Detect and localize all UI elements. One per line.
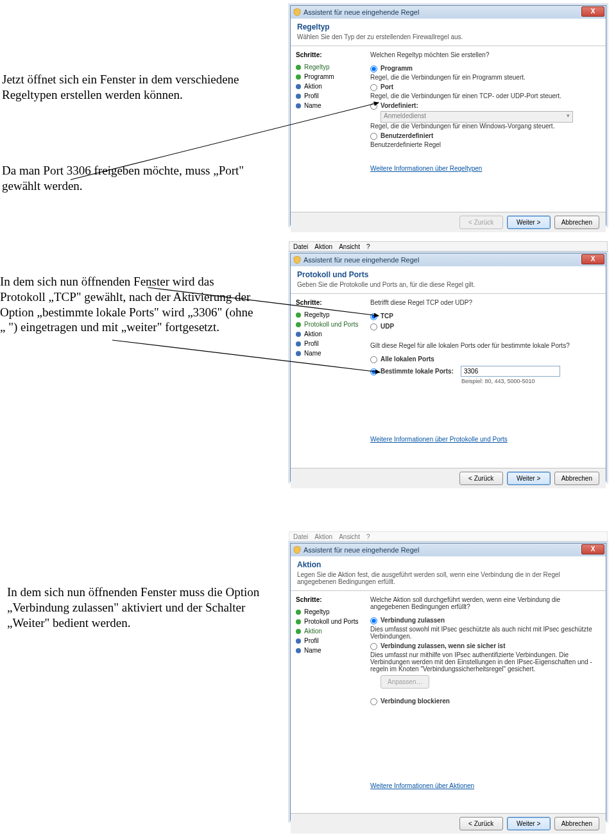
predefined-combo[interactable]: Anmeldedienst	[381, 111, 573, 123]
step-label: Regeltyp	[304, 311, 329, 318]
next-button[interactable]: Weiter >	[507, 216, 551, 229]
ports-input[interactable]	[461, 366, 560, 377]
step-item[interactable]: Protokoll und Ports	[296, 617, 365, 626]
steps-panel: Schritte: Regeltyp Protokoll und Ports A…	[291, 591, 368, 813]
step-bullet-icon	[296, 332, 301, 337]
option-label: Vordefiniert:	[381, 102, 418, 109]
wizard-header: Aktion Legen Sie die Aktion fest, die au…	[291, 556, 606, 591]
back-button: < Zurück	[459, 216, 503, 229]
radio-program[interactable]	[370, 65, 377, 73]
option-label: Programm	[381, 65, 413, 72]
step-item[interactable]: Name	[296, 348, 365, 358]
page-subtitle: Wählen Sie den Typ der zu erstellenden F…	[297, 33, 599, 40]
page-subtitle: Geben Sie die Protokolle und Ports an, f…	[297, 281, 599, 288]
doc-paragraph: In dem sich nun öffnenden Fenster muss d…	[7, 585, 264, 630]
step-item[interactable]: Regeltyp	[296, 62, 365, 72]
step-item[interactable]: Profil	[296, 91, 365, 101]
step-item[interactable]: Profil	[296, 339, 365, 348]
step-item[interactable]: Profil	[296, 636, 365, 646]
prompt-text: Betrifft diese Regel TCP oder UDP?	[370, 299, 599, 306]
shield-icon	[293, 8, 301, 16]
menu-view[interactable]: Ansicht	[339, 243, 360, 250]
window-title: Assistent für neue eingehende Regel	[304, 8, 419, 16]
step-item[interactable]: Aktion	[296, 329, 365, 339]
option-allow-secure[interactable]: Verbindung zulassen, wenn sie sicher ist	[370, 642, 599, 650]
shield-icon	[293, 256, 301, 264]
menubar[interactable]: Datei Aktion Ansicht ?	[289, 241, 608, 252]
option-udp[interactable]: UDP	[370, 323, 599, 330]
step-item[interactable]: Programm	[296, 72, 365, 81]
radio-custom[interactable]	[370, 133, 377, 140]
option-desc: Dies umfasst nur mithilfe von IPsec auth…	[370, 651, 599, 673]
menu-help[interactable]: ?	[366, 533, 370, 540]
more-info-link[interactable]: Weitere Informationen über Regeltypen	[370, 165, 482, 172]
customize-button: Anpassen…	[381, 675, 429, 689]
radio-port[interactable]	[370, 84, 377, 91]
window-title: Assistent für neue eingehende Regel	[304, 256, 419, 264]
radio-allow[interactable]	[370, 617, 377, 624]
step-item[interactable]: Name	[296, 101, 365, 110]
menu-file[interactable]: Datei	[293, 533, 308, 540]
menu-action[interactable]: Aktion	[314, 243, 332, 250]
step-bullet-icon	[296, 103, 301, 108]
option-desc: Regel, die die Verbindungen für einen TC…	[370, 92, 599, 99]
step-item[interactable]: Regeltyp	[296, 310, 365, 320]
doc-paragraph: In dem sich nun öffnenden Fenster wird d…	[0, 274, 257, 335]
option-all-ports[interactable]: Alle lokalen Ports	[370, 356, 599, 363]
step-item[interactable]: Protokoll und Ports	[296, 320, 365, 329]
step-bullet-icon	[296, 313, 301, 318]
back-button[interactable]: < Zurück	[459, 472, 503, 485]
window-title: Assistent für neue eingehende Regel	[304, 546, 419, 554]
radio-allow-secure[interactable]	[370, 643, 377, 650]
step-label: Profil	[304, 637, 319, 644]
step-item[interactable]: Aktion	[296, 626, 365, 636]
menu-view[interactable]: Ansicht	[339, 533, 360, 540]
radio-tcp[interactable]	[370, 313, 377, 320]
radio-block[interactable]	[370, 698, 377, 705]
cancel-button[interactable]: Abbrechen	[554, 216, 599, 229]
more-info-link[interactable]: Weitere Informationen über Aktionen	[370, 782, 474, 789]
option-label: Verbindung zulassen	[381, 617, 445, 624]
step-label: Name	[304, 350, 321, 357]
option-label: UDP	[381, 323, 394, 330]
option-custom[interactable]: Benutzerdefiniert	[370, 132, 599, 140]
option-tcp[interactable]: TCP	[370, 313, 599, 320]
option-port[interactable]: Port	[370, 83, 599, 91]
close-button[interactable]: X	[581, 254, 604, 264]
radio-all-ports[interactable]	[370, 356, 377, 363]
cancel-button[interactable]: Abbrechen	[554, 817, 599, 830]
step-bullet-icon	[296, 74, 301, 80]
menu-file[interactable]: Datei	[293, 243, 308, 250]
radio-udp[interactable]	[370, 323, 377, 330]
step-item[interactable]: Regeltyp	[296, 607, 365, 617]
option-program[interactable]: Programm	[370, 65, 599, 73]
titlebar[interactable]: Assistent für neue eingehende Regel X	[291, 6, 606, 19]
steps-heading: Schritte:	[296, 596, 365, 603]
option-label: Benutzerdefiniert	[381, 132, 433, 139]
radio-predefined[interactable]	[370, 103, 377, 110]
step-bullet-icon	[296, 65, 301, 70]
menu-action[interactable]: Aktion	[314, 533, 332, 540]
step-item[interactable]: Aktion	[296, 81, 365, 91]
option-allow[interactable]: Verbindung zulassen	[370, 617, 599, 624]
more-info-link[interactable]: Weitere Informationen über Protokolle un…	[370, 436, 508, 443]
next-button[interactable]: Weiter >	[507, 817, 551, 830]
page-title: Regeltyp	[297, 22, 599, 31]
option-specific-ports[interactable]: Bestimmte lokale Ports:	[370, 366, 599, 377]
step-label: Profil	[304, 340, 319, 347]
titlebar[interactable]: Assistent für neue eingehende Regel X	[291, 544, 606, 556]
close-button[interactable]: X	[581, 544, 604, 554]
step-label: Protokoll und Ports	[304, 618, 359, 625]
wizard-header: Regeltyp Wählen Sie den Typ der zu erste…	[291, 19, 606, 46]
step-item[interactable]: Name	[296, 646, 365, 655]
menubar[interactable]: Datei Aktion Ansicht ?	[289, 531, 608, 542]
close-button[interactable]: X	[581, 6, 604, 17]
cancel-button[interactable]: Abbrechen	[554, 472, 599, 485]
radio-specific-ports[interactable]	[370, 368, 377, 375]
option-predefined[interactable]: Vordefiniert:	[370, 102, 599, 110]
back-button[interactable]: < Zurück	[459, 817, 503, 830]
titlebar[interactable]: Assistent für neue eingehende Regel X	[291, 253, 606, 266]
next-button[interactable]: Weiter >	[507, 472, 551, 485]
option-block[interactable]: Verbindung blockieren	[370, 698, 599, 705]
menu-help[interactable]: ?	[366, 243, 370, 250]
